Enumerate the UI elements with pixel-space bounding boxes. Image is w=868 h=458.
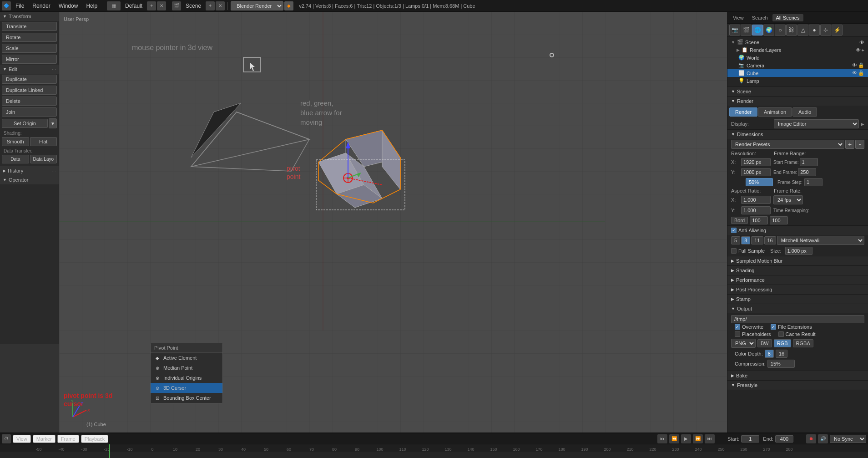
tl-playback-btn[interactable]: Playback bbox=[81, 435, 109, 443]
aa-8-btn[interactable]: 8 bbox=[741, 236, 750, 244]
tree-item-scene[interactable]: ▼ 🎬 Scene 👁 bbox=[727, 38, 868, 46]
history-header[interactable]: ▶ History ··· bbox=[0, 166, 59, 175]
pivot-item-active[interactable]: ◆ Active Element bbox=[151, 353, 222, 363]
pivot-item-median[interactable]: ⊕ Median Point bbox=[151, 363, 222, 373]
audio-btn[interactable]: Audio bbox=[792, 107, 817, 117]
layout-name[interactable]: Default bbox=[121, 2, 146, 10]
tree-item-world[interactable]: 🌍 World bbox=[727, 54, 868, 61]
camera-eye[interactable]: 👁 bbox=[852, 62, 857, 68]
rp-icon-scene[interactable]: 🌐 bbox=[752, 25, 763, 36]
timeline-body[interactable]: -50 -40 -30 -20 -10 0 10 20 30 40 50 60 … bbox=[0, 444, 868, 458]
format-select[interactable]: PNG bbox=[731, 339, 756, 348]
render-presets-select[interactable]: Render Presets bbox=[731, 140, 844, 149]
render-btn[interactable]: Render bbox=[729, 107, 757, 117]
step-input[interactable] bbox=[804, 178, 823, 186]
rgb-btn[interactable]: RGB bbox=[774, 339, 791, 347]
no-sync-select[interactable]: No Sync bbox=[830, 435, 866, 443]
flat-btn[interactable]: Flat bbox=[30, 137, 57, 146]
tree-item-renderlayers[interactable]: ▶ 📋 RenderLayers 👁 + bbox=[727, 46, 868, 54]
percent-field[interactable]: 50% bbox=[746, 178, 773, 186]
rotate-btn[interactable]: Rotate bbox=[2, 33, 57, 42]
rp-icon-constraints[interactable]: ⛓ bbox=[786, 25, 797, 36]
scale-btn[interactable]: Scale bbox=[2, 44, 57, 53]
delete-btn[interactable]: Delete bbox=[2, 97, 57, 106]
rp-tab-view[interactable]: View bbox=[729, 14, 747, 21]
motion-blur-header[interactable]: ▶ Sampled Motion Blur bbox=[727, 256, 868, 265]
rp-icon-material[interactable]: ● bbox=[809, 25, 820, 36]
layout-icon[interactable]: + bbox=[147, 1, 156, 10]
freestyle-header[interactable]: ▼ Freestyle bbox=[727, 381, 868, 390]
pivot-item-individual[interactable]: ⊗ Individual Origins bbox=[151, 373, 222, 383]
tree-item-lamp[interactable]: 💡 Lamp bbox=[727, 77, 868, 85]
rp-icon-world[interactable]: 🌍 bbox=[763, 25, 774, 36]
output-header[interactable]: ▼ Output bbox=[727, 304, 868, 313]
overwrite-checkbox[interactable]: ✓ bbox=[735, 324, 740, 330]
bord-val[interactable] bbox=[750, 216, 768, 224]
menu-render[interactable]: Render bbox=[29, 2, 54, 10]
stamp-header[interactable]: ▶ Stamp bbox=[727, 295, 868, 304]
tl-marker-btn[interactable]: Marker bbox=[33, 435, 56, 443]
engine-selector[interactable]: Blender Render Cycles Render bbox=[231, 1, 283, 10]
render-section-header[interactable]: ▼ Render bbox=[727, 97, 868, 106]
menu-file[interactable]: File bbox=[12, 2, 28, 10]
play-btn-icon[interactable]: ▶ bbox=[681, 434, 691, 443]
cube-eye[interactable]: 👁 bbox=[852, 70, 857, 76]
play-icon[interactable]: ⏮ bbox=[657, 434, 667, 443]
fps-select[interactable]: 24 fps bbox=[773, 195, 803, 204]
performance-header[interactable]: ▶ Performance bbox=[727, 275, 868, 285]
post-processing-header[interactable]: ▶ Post Processing bbox=[727, 285, 868, 294]
aa-preset-select[interactable]: Mitchell-Netravali bbox=[777, 236, 864, 245]
end-frame-input[interactable] bbox=[775, 435, 793, 443]
tl-view-btn[interactable]: View bbox=[13, 435, 31, 443]
aa-5-btn[interactable]: 5 bbox=[731, 236, 740, 244]
placeholders-checkbox[interactable] bbox=[735, 331, 740, 337]
start-frame-input[interactable] bbox=[741, 435, 759, 443]
scene-icon[interactable]: 🎬 bbox=[172, 1, 181, 10]
dimensions-header[interactable]: ▼ Dimensions bbox=[727, 130, 868, 139]
pivot-item-3dcursor[interactable]: ⊙ 3D Cursor bbox=[151, 383, 222, 393]
ax-input[interactable] bbox=[741, 196, 771, 204]
tree-item-cube[interactable]: ⬜ Cube 👁 🔒 bbox=[727, 69, 868, 77]
close-layout-icon[interactable]: ✕ bbox=[157, 1, 166, 10]
cache-result-checkbox[interactable] bbox=[778, 331, 784, 337]
transform-header[interactable]: ▼ Transform bbox=[0, 12, 59, 21]
size-input[interactable] bbox=[785, 247, 812, 255]
ay-input[interactable] bbox=[741, 206, 771, 214]
close-scene-icon[interactable]: ✕ bbox=[216, 1, 225, 10]
join-btn[interactable]: Join bbox=[2, 107, 57, 117]
shading-section-header[interactable]: ▶ Shading bbox=[727, 266, 868, 275]
menu-help[interactable]: Help bbox=[82, 2, 101, 10]
end-input[interactable] bbox=[798, 168, 816, 176]
rp-icon-physics[interactable]: ⚡ bbox=[832, 25, 843, 36]
tl-frame-btn[interactable]: Frame bbox=[57, 435, 79, 443]
rp-icon-particles[interactable]: ⊹ bbox=[820, 25, 831, 36]
bw-btn[interactable]: BW bbox=[757, 339, 772, 347]
menu-window[interactable]: Window bbox=[55, 2, 82, 10]
renderlayers-icon2[interactable]: + bbox=[862, 47, 864, 53]
display-select[interactable]: Image Editor bbox=[774, 119, 859, 128]
rp-tab-search[interactable]: Search bbox=[748, 14, 772, 21]
aa-11-btn[interactable]: 11 bbox=[751, 236, 763, 244]
color-depth-8[interactable]: 8 bbox=[765, 350, 774, 358]
smooth-btn[interactable]: Smooth bbox=[2, 137, 29, 146]
bord-btn[interactable]: Bord bbox=[731, 217, 748, 224]
set-origin-arrow[interactable]: ▼ bbox=[49, 118, 57, 128]
aa-16-btn[interactable]: 16 bbox=[764, 236, 776, 244]
rp-icon-object[interactable]: ○ bbox=[775, 25, 786, 36]
camera-restrict[interactable]: 🔒 bbox=[858, 62, 864, 68]
translate-btn[interactable]: Translate bbox=[2, 22, 57, 31]
end-icon[interactable]: ⏭ bbox=[705, 434, 715, 443]
aa-header[interactable]: ✓ Anti-Aliasing bbox=[727, 226, 868, 235]
operator-header[interactable]: ▼ Operator bbox=[0, 175, 59, 184]
aa-checkbox[interactable]: ✓ bbox=[731, 228, 737, 233]
full-sample-checkbox[interactable] bbox=[731, 248, 737, 254]
data-layo-btn[interactable]: Data Layo bbox=[30, 155, 57, 163]
tree-item-camera[interactable]: 📷 Camera 👁 🔒 bbox=[727, 61, 868, 69]
screens-icon[interactable]: ▦ bbox=[107, 1, 121, 10]
y-input[interactable] bbox=[741, 168, 771, 176]
compression-field[interactable]: 15% bbox=[767, 360, 795, 368]
pivot-item-bbox[interactable]: ⊡ Bounding Box Center bbox=[151, 393, 222, 403]
data-btn[interactable]: Data bbox=[2, 155, 29, 163]
rp-icon-camera[interactable]: 📷 bbox=[729, 25, 740, 36]
output-path-input[interactable] bbox=[731, 315, 864, 323]
